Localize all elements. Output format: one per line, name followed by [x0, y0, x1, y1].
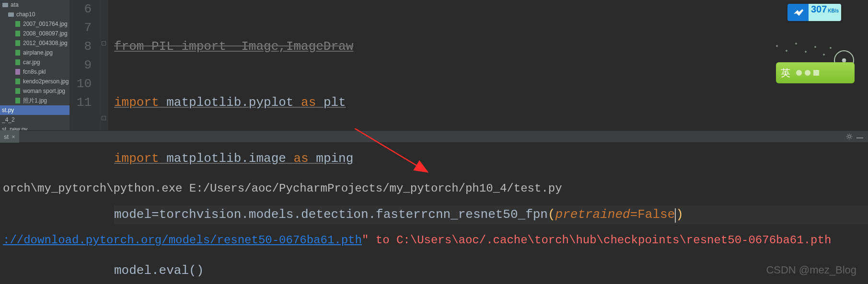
line-number: 11	[70, 93, 92, 112]
ime-moon-icon	[805, 70, 810, 76]
image-icon	[14, 88, 21, 94]
line-number: 8	[70, 37, 92, 56]
tree-file[interactable]: kendo2person.jpg	[0, 77, 69, 86]
tree-file-selected[interactable]: st.py	[0, 105, 69, 115]
code-text: from PIL import Image,ImageDraw	[114, 39, 353, 54]
tree-label: woman sport.jpg	[23, 88, 65, 94]
tree-label: airplane.jpg	[23, 49, 53, 56]
tree-label: st.py	[2, 107, 14, 114]
tree-file[interactable]: car.jpg	[0, 57, 69, 67]
code-text: model.eval	[114, 263, 189, 278]
tree-file[interactable]: 2012_004308.jpg	[0, 38, 69, 48]
tree-folder[interactable]: chap10	[0, 10, 69, 19]
tree-label: ata	[11, 1, 19, 8]
code-line[interactable]: import matplotlib.image as mping	[114, 149, 868, 168]
code-kw: import	[114, 95, 159, 110]
tree-folder[interactable]: ata	[0, 0, 69, 10]
fold-icon[interactable]: -	[102, 116, 106, 120]
code-line[interactable]: import matplotlib.pyplot as plt	[114, 93, 868, 112]
tree-file[interactable]: woman sport.jpg	[0, 86, 69, 96]
text-cursor	[675, 208, 676, 223]
image-icon	[14, 30, 21, 37]
code-line[interactable]: from PIL import Image,ImageDraw	[114, 37, 868, 56]
code-text: matplotlib.image	[159, 151, 294, 166]
ime-dot-icon	[796, 70, 802, 76]
code-text: plt	[316, 95, 346, 110]
speed-number: 307	[811, 4, 827, 15]
project-sidebar[interactable]: ata chap10 2007_001764.jpg 2008_008097.j…	[0, 0, 70, 130]
code-content[interactable]: from PIL import Image,ImageDraw import m…	[108, 0, 868, 130]
tree-file[interactable]: 照片1.jpg	[0, 96, 69, 105]
code-kw: as	[301, 95, 316, 110]
code-text: mping	[309, 151, 354, 166]
tree-label: fcn8s.pkl	[23, 68, 46, 75]
image-icon	[14, 40, 21, 46]
ime-lang: 英	[781, 67, 790, 80]
tree-label: _4_2	[2, 116, 15, 123]
editor[interactable]: 6 7 8 9 10 11 - - from PIL import Image,…	[70, 0, 868, 130]
code-line[interactable]: model.eval()	[114, 261, 868, 280]
code-line-current[interactable]: model=torchvision.models.detection.faste…	[114, 205, 868, 224]
tree-file[interactable]: airplane.jpg	[0, 48, 69, 57]
code-param: pretrained	[556, 207, 630, 222]
pickle-icon	[14, 68, 21, 75]
bird-icon	[787, 4, 809, 21]
tree-label: chap10	[16, 11, 35, 18]
tree-label: 2007_001764.jpg	[23, 21, 68, 27]
line-number: 10	[70, 75, 92, 93]
line-number: 6	[70, 0, 92, 19]
image-icon	[14, 21, 21, 27]
main-area: ata chap10 2007_001764.jpg 2008_008097.j…	[0, 0, 868, 130]
line-gutter: 6 7 8 9 10 11	[70, 0, 101, 130]
fold-column: - -	[101, 0, 108, 130]
tree-file[interactable]: st_new.py	[0, 125, 69, 130]
code-paren: (	[189, 263, 197, 278]
tree-label: 2008_008097.jpg	[23, 30, 68, 37]
code-text: torchvision.models.detection.fasterrcnn_…	[159, 207, 548, 222]
fold-icon[interactable]: -	[102, 41, 106, 45]
code-text: model	[114, 207, 151, 222]
code-kw: as	[293, 151, 308, 166]
watermark: CSDN @mez_Blog	[766, 264, 856, 276]
download-speed-widget[interactable]: 307KB/s	[787, 4, 841, 21]
code-paren: )	[197, 263, 204, 278]
close-icon[interactable]: ×	[12, 133, 15, 140]
tree-folder[interactable]: _4_2	[0, 115, 69, 125]
image-icon	[14, 78, 21, 85]
speed-value: 307KB/s	[809, 4, 841, 21]
folder-icon	[2, 1, 9, 8]
code-val: False	[637, 207, 675, 222]
tree-file[interactable]: 2008_008097.jpg	[0, 29, 69, 38]
speed-unit: KB/s	[828, 8, 839, 13]
ime-shirt-icon	[813, 70, 819, 76]
tree-file[interactable]: fcn8s.pkl	[0, 67, 69, 77]
tree-label: st_new.py	[2, 126, 27, 130]
code-paren: (	[548, 207, 556, 222]
code-text: matplotlib.pyplot	[159, 95, 301, 110]
code-op: =	[630, 207, 638, 222]
tree-file[interactable]: 2007_001764.jpg	[0, 19, 69, 29]
run-tab[interactable]: st ×	[0, 130, 19, 143]
image-icon	[14, 97, 21, 104]
image-icon	[14, 59, 21, 66]
tree-label: 2012_004308.jpg	[23, 40, 68, 46]
folder-icon	[8, 11, 14, 18]
code-kw: import	[114, 151, 159, 166]
code-op: =	[151, 207, 159, 222]
image-icon	[14, 49, 21, 56]
line-number: 7	[70, 19, 92, 37]
tree-label: kendo2person.jpg	[23, 78, 69, 85]
run-tab-label: st	[4, 133, 9, 140]
line-number: 9	[70, 56, 92, 75]
ime-widget[interactable]: 英	[776, 62, 855, 83]
tree-label: car.jpg	[23, 59, 40, 66]
code-paren: )	[676, 207, 683, 222]
tree-label: 照片1.jpg	[23, 97, 47, 105]
ime-icons	[796, 70, 819, 76]
